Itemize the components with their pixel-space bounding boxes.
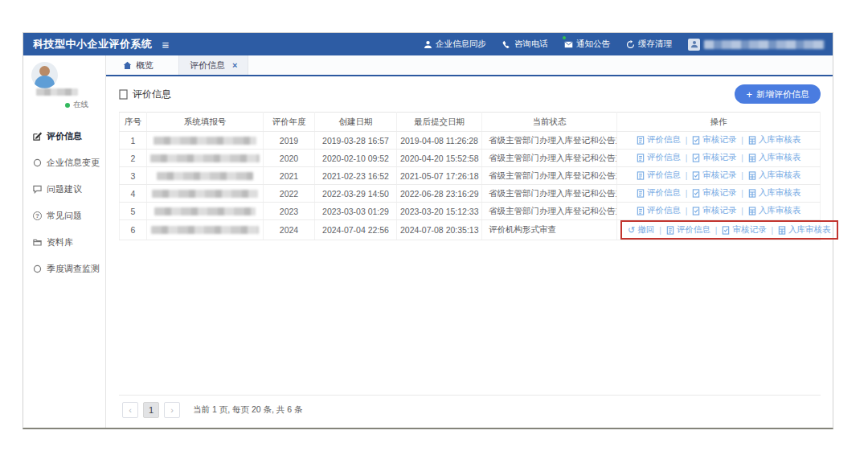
doc-icon [637,136,645,145]
user-account-chip[interactable] [688,39,825,51]
user-avatar-small [688,39,700,51]
cell-year: 2019 [264,132,315,150]
action-link-audit-record[interactable]: 审核记录 [692,170,736,181]
separator: | [686,154,688,162]
action-link-storage-form[interactable]: 入库审核表 [748,152,801,163]
table-doc-icon [748,154,756,162]
menu-item-label: 通知公告 [576,39,610,50]
panel-title: 评价信息 [119,88,171,101]
tab-evaluation-info[interactable]: 评价信息 × [178,55,248,75]
col-no: 序号 [120,113,147,132]
home-icon [123,61,132,70]
cell-no: 1 [120,132,147,150]
add-evaluation-button[interactable]: + 新增评价信息 [735,84,821,104]
menu-item-phone[interactable]: 咨询电话 [502,39,548,50]
sidebar-item-suggestions[interactable]: 问题建议 [23,176,105,203]
sidebar-item-evaluation-info[interactable]: 评价信息 [23,123,105,150]
doc-check-icon [692,207,700,215]
menu-item-notices[interactable]: 通知公告 [564,39,610,50]
empty-space [119,240,821,395]
cell-report-no [147,132,264,150]
action-link-evaluation-info[interactable]: 评价信息 [637,205,681,216]
tab-label: 评价信息 [190,59,225,72]
action-link-audit-record[interactable]: 审核记录 [722,224,766,236]
col-report-no: 系统填报号 [147,113,264,132]
undo-icon: ↺ [628,226,635,235]
doc-check-icon [722,226,730,235]
cell-status: 省级主管部门办理入库登记和公告文件 [482,167,617,185]
clipboard-icon [119,89,128,100]
cell-year: 2022 [264,185,315,203]
action-link-storage-form[interactable]: 入库审核表 [748,205,801,216]
next-page-button[interactable]: › [164,402,180,418]
cell-submitted: 2023-03-20 15:12:33 [397,203,482,220]
cell-created: 2024-07-04 22:56 [315,220,397,240]
user-avatar[interactable] [31,62,58,88]
table-row: 4 2022 2022-03-29 14:50 2022-06-28 23:16… [120,185,821,203]
table-doc-icon [748,189,756,198]
separator: | [741,171,743,180]
separator: | [771,226,773,235]
action-link-storage-form[interactable]: 入库审核表 [748,134,801,146]
sidebar-item-library[interactable]: 资料库 [23,229,105,256]
col-actions: 操作 [617,113,821,132]
cell-submitted: 2021-05-07 17:26:18 [397,167,482,185]
cell-year: 2021 [264,167,315,185]
cell-created: 2019-03-28 16:57 [315,132,397,150]
redacted-report-no [157,172,253,180]
cell-status: 省级主管部门办理入库登记和公告文件 [482,150,617,167]
col-year: 评价年度 [264,113,315,132]
sidebar-item-quarterly-survey[interactable]: 季度调查监测 [23,256,105,282]
cell-no: 5 [120,203,147,220]
col-status: 当前状态 [482,113,617,132]
menu-item-enterprise-sync[interactable]: 企业信息同步 [424,39,486,50]
sidebar-item-faq[interactable]: ? 常见问题 [23,203,105,229]
cell-submitted: 2024-07-08 20:35:13 [397,220,482,240]
cell-submitted: 2022-06-28 23:16:29 [397,185,482,203]
separator: | [741,154,743,162]
tab-overview[interactable]: 概览 [113,55,164,75]
hamburger-icon[interactable]: ≡ [162,39,170,51]
prev-page-button[interactable]: ‹ [122,402,138,418]
action-link-evaluation-info[interactable]: 评价信息 [637,152,681,163]
action-link-storage-form[interactable]: 入库审核表 [748,170,801,181]
cell-actions: 评价信息| 审核记录| 入库审核表 [617,167,821,185]
action-link-audit-record[interactable]: 审核记录 [692,187,736,199]
app-window: 科技型中小企业评价系统 ≡ 企业信息同步 咨询电话 通知公告 缓存清理 [23,32,833,429]
col-created: 创建日期 [315,113,397,132]
cell-created: 2020-02-10 09:52 [315,150,397,167]
separator: | [715,226,718,235]
action-link-storage-form[interactable]: 入库审核表 [778,224,831,236]
action-link-audit-record[interactable]: 审核记录 [692,134,736,146]
menu-item-cache-clear[interactable]: 缓存清理 [626,39,672,50]
circle-icon [33,264,42,273]
main-area: 概览 评价信息 × 评价信息 + 新增评价信息 [106,55,833,428]
sidebar-item-label: 季度调查监测 [47,263,100,275]
sidebar-item-enterprise-change[interactable]: 企业信息变更 [23,150,105,176]
action-link-evaluation-info[interactable]: 评价信息 [666,224,710,236]
top-header: 科技型中小企业评价系统 ≡ 企业信息同步 咨询电话 通知公告 缓存清理 [23,33,833,55]
action-link-evaluation-info[interactable]: 评价信息 [637,170,681,181]
menu-item-label: 企业信息同步 [436,39,486,50]
phone-icon [502,40,511,49]
tab-bar: 概览 评价信息 × [106,55,833,76]
table-doc-icon [748,171,756,180]
page-number-button[interactable]: 1 [143,402,159,418]
action-link-evaluation-info[interactable]: 评价信息 [637,134,681,146]
close-icon[interactable]: × [232,60,237,70]
profile-block: 在线 [23,55,105,118]
tab-label: 概览 [136,59,154,72]
cell-no: 2 [120,150,147,167]
evaluation-table: 序号 系统填报号 评价年度 创建日期 最后提交日期 当前状态 操作 1 [119,112,821,240]
cell-actions: 评价信息| 审核记录| 入库审核表 [617,150,821,167]
action-link-storage-form[interactable]: 入库审核表 [748,187,801,199]
action-link-evaluation-info[interactable]: 评价信息 [637,187,681,199]
sidebar-item-label: 资料库 [47,236,73,248]
cell-submitted: 2020-04-20 15:52:58 [397,150,482,167]
table-doc-icon [748,136,756,145]
action-link-audit-record[interactable]: 审核记录 [692,152,736,163]
action-link-audit-record[interactable]: 审核记录 [692,205,736,216]
action-link-withdraw[interactable]: ↺撤回 [628,224,654,236]
refresh-icon [626,40,635,49]
cell-year: 2024 [264,220,315,240]
